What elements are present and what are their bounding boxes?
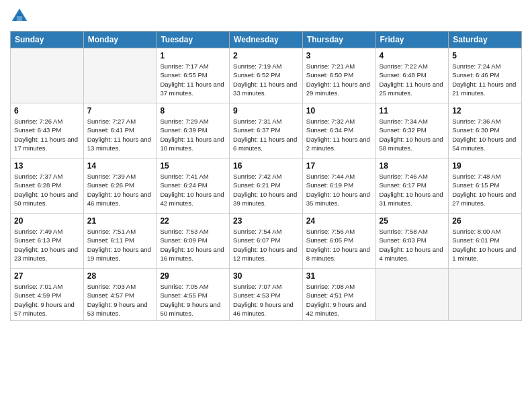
calendar-cell: 2Sunrise: 7:19 AMSunset: 6:52 PMDaylight…	[230, 48, 303, 103]
page: SundayMondayTuesdayWednesdayThursdayFrid…	[0, 0, 532, 411]
calendar-cell: 9Sunrise: 7:31 AMSunset: 6:37 PMDaylight…	[230, 103, 303, 158]
day-number: 16	[233, 161, 299, 171]
day-number: 28	[87, 271, 153, 281]
calendar-cell: 24Sunrise: 7:56 AMSunset: 6:05 PMDayligh…	[302, 214, 375, 269]
day-number: 9	[233, 106, 299, 116]
calendar-cell: 18Sunrise: 7:46 AMSunset: 6:17 PMDayligh…	[375, 158, 449, 214]
calendar-cell	[11, 48, 84, 103]
day-info: Sunrise: 7:54 AMSunset: 6:07 PMDaylight:…	[233, 227, 299, 263]
day-number: 24	[306, 216, 372, 226]
day-info: Sunrise: 7:41 AMSunset: 6:24 PMDaylight:…	[160, 172, 226, 208]
day-number: 6	[14, 106, 80, 116]
day-number: 4	[380, 51, 445, 60]
day-number: 22	[160, 216, 226, 226]
calendar-body: 1Sunrise: 7:17 AMSunset: 6:55 PMDaylight…	[11, 48, 522, 321]
day-number: 27	[14, 271, 80, 281]
day-info: Sunrise: 7:32 AMSunset: 6:34 PMDaylight:…	[306, 117, 372, 152]
day-info: Sunrise: 7:22 AMSunset: 6:48 PMDaylight:…	[380, 62, 445, 97]
day-number: 3	[306, 51, 372, 60]
day-info: Sunrise: 7:48 AMSunset: 6:15 PMDaylight:…	[452, 172, 518, 208]
calendar-cell	[449, 269, 522, 321]
day-info: Sunrise: 7:34 AMSunset: 6:32 PMDaylight:…	[380, 117, 445, 152]
day-info: Sunrise: 7:26 AMSunset: 6:43 PMDaylight:…	[14, 117, 80, 152]
day-info: Sunrise: 8:00 AMSunset: 6:01 PMDaylight:…	[452, 227, 518, 263]
calendar-cell: 15Sunrise: 7:41 AMSunset: 6:24 PMDayligh…	[157, 158, 230, 214]
day-info: Sunrise: 7:08 AMSunset: 4:51 PMDaylight:…	[306, 282, 372, 318]
day-of-week-header: Tuesday	[157, 32, 230, 48]
calendar-cell: 7Sunrise: 7:27 AMSunset: 6:41 PMDaylight…	[83, 103, 157, 158]
logo	[10, 7, 32, 26]
calendar-cell: 16Sunrise: 7:42 AMSunset: 6:21 PMDayligh…	[230, 158, 303, 214]
day-number: 1	[160, 51, 226, 60]
day-info: Sunrise: 7:44 AMSunset: 6:19 PMDaylight:…	[306, 172, 372, 208]
calendar-cell	[375, 269, 449, 321]
calendar-cell: 29Sunrise: 7:05 AMSunset: 4:55 PMDayligh…	[157, 269, 230, 321]
day-info: Sunrise: 7:42 AMSunset: 6:21 PMDaylight:…	[233, 172, 299, 208]
calendar-cell: 27Sunrise: 7:01 AMSunset: 4:59 PMDayligh…	[11, 269, 84, 321]
day-number: 13	[14, 161, 80, 171]
day-info: Sunrise: 7:46 AMSunset: 6:17 PMDaylight:…	[380, 172, 445, 208]
calendar-week-row: 20Sunrise: 7:49 AMSunset: 6:13 PMDayligh…	[11, 214, 522, 269]
calendar-cell: 8Sunrise: 7:29 AMSunset: 6:39 PMDaylight…	[157, 103, 230, 158]
day-info: Sunrise: 7:49 AMSunset: 6:13 PMDaylight:…	[14, 227, 80, 263]
day-info: Sunrise: 7:39 AMSunset: 6:26 PMDaylight:…	[87, 172, 153, 208]
day-info: Sunrise: 7:37 AMSunset: 6:28 PMDaylight:…	[14, 172, 80, 208]
calendar-table: SundayMondayTuesdayWednesdayThursdayFrid…	[10, 31, 522, 321]
calendar-week-row: 6Sunrise: 7:26 AMSunset: 6:43 PMDaylight…	[11, 103, 522, 158]
calendar-cell: 14Sunrise: 7:39 AMSunset: 6:26 PMDayligh…	[83, 158, 157, 214]
day-of-week-header: Saturday	[449, 32, 522, 48]
header	[10, 7, 522, 26]
day-number: 31	[306, 271, 372, 281]
day-number: 21	[87, 216, 153, 226]
calendar-cell: 19Sunrise: 7:48 AMSunset: 6:15 PMDayligh…	[449, 158, 522, 214]
calendar-week-row: 13Sunrise: 7:37 AMSunset: 6:28 PMDayligh…	[11, 158, 522, 214]
day-info: Sunrise: 7:03 AMSunset: 4:57 PMDaylight:…	[87, 282, 153, 318]
day-of-week-header: Thursday	[302, 32, 375, 48]
day-info: Sunrise: 7:36 AMSunset: 6:30 PMDaylight:…	[452, 117, 518, 152]
calendar-cell: 10Sunrise: 7:32 AMSunset: 6:34 PMDayligh…	[302, 103, 375, 158]
calendar-cell: 11Sunrise: 7:34 AMSunset: 6:32 PMDayligh…	[375, 103, 449, 158]
calendar-cell: 30Sunrise: 7:07 AMSunset: 4:53 PMDayligh…	[230, 269, 303, 321]
day-number: 7	[87, 106, 153, 116]
day-info: Sunrise: 7:27 AMSunset: 6:41 PMDaylight:…	[87, 117, 153, 152]
day-number: 12	[452, 106, 518, 116]
day-info: Sunrise: 7:17 AMSunset: 6:55 PMDaylight:…	[160, 62, 226, 97]
calendar-week-row: 27Sunrise: 7:01 AMSunset: 4:59 PMDayligh…	[11, 269, 522, 321]
day-number: 20	[14, 216, 80, 226]
day-number: 29	[160, 271, 226, 281]
day-of-week-header: Monday	[83, 32, 157, 48]
calendar-cell: 22Sunrise: 7:53 AMSunset: 6:09 PMDayligh…	[157, 214, 230, 269]
day-info: Sunrise: 7:24 AMSunset: 6:46 PMDaylight:…	[452, 62, 518, 97]
day-of-week-header: Friday	[375, 32, 449, 48]
calendar-cell: 26Sunrise: 8:00 AMSunset: 6:01 PMDayligh…	[449, 214, 522, 269]
calendar-cell: 20Sunrise: 7:49 AMSunset: 6:13 PMDayligh…	[11, 214, 84, 269]
day-info: Sunrise: 7:58 AMSunset: 6:03 PMDaylight:…	[380, 227, 445, 263]
day-info: Sunrise: 7:05 AMSunset: 4:55 PMDaylight:…	[160, 282, 226, 318]
day-info: Sunrise: 7:56 AMSunset: 6:05 PMDaylight:…	[306, 227, 372, 263]
calendar-cell: 17Sunrise: 7:44 AMSunset: 6:19 PMDayligh…	[302, 158, 375, 214]
day-number: 17	[306, 161, 372, 171]
calendar-cell: 21Sunrise: 7:51 AMSunset: 6:11 PMDayligh…	[83, 214, 157, 269]
day-number: 8	[160, 106, 226, 116]
day-number: 26	[452, 216, 518, 226]
calendar-cell: 13Sunrise: 7:37 AMSunset: 6:28 PMDayligh…	[11, 158, 84, 214]
calendar-cell: 12Sunrise: 7:36 AMSunset: 6:30 PMDayligh…	[449, 103, 522, 158]
calendar-cell: 28Sunrise: 7:03 AMSunset: 4:57 PMDayligh…	[83, 269, 157, 321]
day-number: 15	[160, 161, 226, 171]
day-of-week-header: Sunday	[11, 32, 84, 48]
day-info: Sunrise: 7:07 AMSunset: 4:53 PMDaylight:…	[233, 282, 299, 318]
day-number: 14	[87, 161, 153, 171]
calendar-cell: 5Sunrise: 7:24 AMSunset: 6:46 PMDaylight…	[449, 48, 522, 103]
logo-icon	[10, 7, 29, 26]
day-number: 23	[233, 216, 299, 226]
calendar-cell: 3Sunrise: 7:21 AMSunset: 6:50 PMDaylight…	[302, 48, 375, 103]
calendar-cell	[83, 48, 157, 103]
day-number: 10	[306, 106, 372, 116]
day-info: Sunrise: 7:01 AMSunset: 4:59 PMDaylight:…	[14, 282, 80, 318]
day-number: 30	[233, 271, 299, 281]
day-info: Sunrise: 7:53 AMSunset: 6:09 PMDaylight:…	[160, 227, 226, 263]
calendar-cell: 6Sunrise: 7:26 AMSunset: 6:43 PMDaylight…	[11, 103, 84, 158]
calendar-cell: 1Sunrise: 7:17 AMSunset: 6:55 PMDaylight…	[157, 48, 230, 103]
calendar-cell: 4Sunrise: 7:22 AMSunset: 6:48 PMDaylight…	[375, 48, 449, 103]
calendar-cell: 31Sunrise: 7:08 AMSunset: 4:51 PMDayligh…	[302, 269, 375, 321]
